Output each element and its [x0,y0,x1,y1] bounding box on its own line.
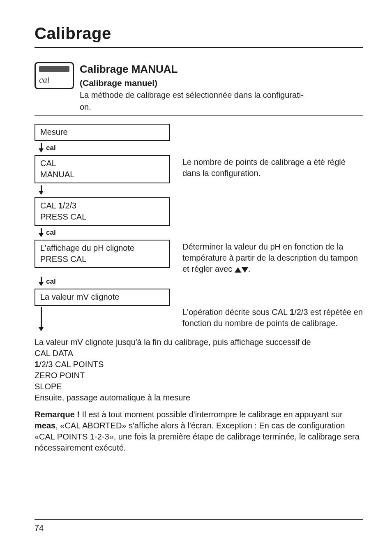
cal-123-l1: CAL 1/2/3 [40,200,164,211]
tail-l6: Ensuite, passage automatique à la mesure [35,392,363,403]
intro-subheading: (Calibrage manuel) [80,77,363,89]
cal-manual-l1: CAL [40,158,164,169]
tail-l3: 1/2/3 CAL POINTS [35,359,363,370]
arrow-down-icon [39,185,44,195]
arrow-down-icon [39,143,44,153]
ph-desc: Déterminer la valeur du pH en fonction d… [182,240,363,275]
ph-l2: PRESS CAL [40,254,164,265]
cal-label: cal [46,277,56,287]
triangle-up-icon [235,267,241,273]
tail-l5: SLOPE [35,381,363,392]
box-ph: L'affichage du pH clignote PRESS CAL [35,240,170,268]
arrow-down-icon [39,228,44,238]
arrow-down-icon [39,307,44,332]
footer-rule [35,519,363,520]
cal-manual-desc: Le nombre de points de calibrage a été r… [182,155,363,179]
page-title: Calibrage [35,22,363,44]
ph-l1: L'affichage du pH clignote [40,243,164,254]
tail-l4: ZERO POINT [35,370,363,381]
page-number: 74 [35,523,44,534]
box-cal-manual: CAL MANUAL [35,155,170,183]
arrow-down-icon [39,277,44,287]
mv-desc: L'opération décrite sous CAL 1/2/3 est r… [182,307,363,329]
cal-icon: cal [35,62,74,89]
intro-rule [35,115,363,116]
intro-line2: on. [80,102,91,113]
box-mv: La valeur mV clignote [35,289,170,306]
cal-label: cal [46,228,56,238]
cal-manual-l2: MANUAL [40,169,164,180]
box-measure: Mesure [35,124,170,141]
remark: Remarque ! Il est à tout moment possible… [35,409,363,453]
tail-l1: La valeur mV clignote jusqu'à la fin du … [35,337,363,348]
title-rule [35,47,363,48]
intro-heading: Calibrage MANUAL [80,62,363,76]
intro-section: cal Calibrage MANUAL (Calibrage manuel) … [35,62,363,101]
intro-line1: La méthode de calibrage est sélectionnée… [80,90,363,101]
cal-123-l2: PRESS CAL [40,211,164,222]
cal-icon-label: cal [39,74,50,86]
cal-label: cal [46,143,56,153]
box-cal-123: CAL 1/2/3 PRESS CAL [35,197,170,226]
cal-icon-bar [39,66,69,72]
triangle-down-icon [242,267,248,273]
tail-l2: CAL DATA [35,348,363,359]
